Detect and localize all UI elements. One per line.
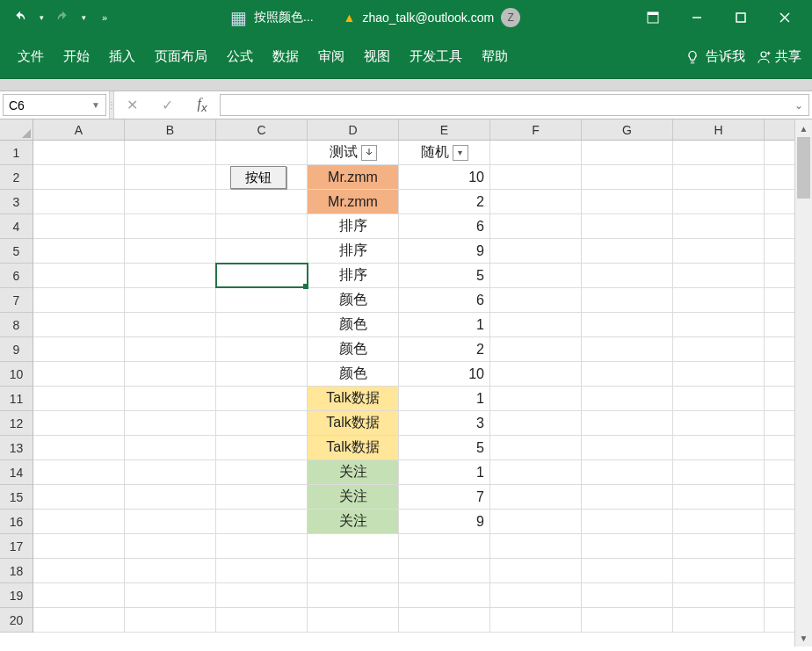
cell-F19[interactable] — [490, 583, 582, 607]
cell-D8[interactable]: 颜色 — [308, 313, 399, 336]
row-header-3[interactable]: 3 — [0, 190, 33, 214]
cell-G11[interactable] — [582, 387, 673, 410]
row-header-20[interactable]: 20 — [0, 608, 33, 633]
cell-E17[interactable] — [399, 534, 490, 558]
cell-B12[interactable] — [125, 411, 216, 435]
cell-G15[interactable] — [582, 485, 673, 509]
cell-H2[interactable] — [673, 165, 765, 189]
column-header-A[interactable]: A — [33, 119, 125, 140]
tell-me[interactable]: 告诉我 — [685, 48, 745, 65]
cell-D11[interactable]: Talk数据 — [308, 387, 399, 410]
cell-H4[interactable] — [673, 214, 765, 238]
column-header-E[interactable]: E — [399, 119, 490, 140]
cell-D1[interactable]: 测试 — [308, 141, 399, 164]
cell-A9[interactable] — [33, 337, 125, 361]
row-header-9[interactable]: 9 — [0, 337, 33, 362]
cell-H13[interactable] — [673, 436, 765, 459]
row-header-7[interactable]: 7 — [0, 288, 33, 313]
cell-D10[interactable]: 颜色 — [308, 362, 399, 386]
cell-H19[interactable] — [673, 583, 765, 607]
cell-E16[interactable]: 9 — [399, 510, 490, 533]
cell-C14[interactable] — [216, 460, 308, 484]
cell-C15[interactable] — [216, 485, 308, 509]
cell-G16[interactable] — [582, 510, 673, 533]
cell-F5[interactable] — [490, 239, 582, 263]
cells-area[interactable]: 按钮 测试随机▾Mr.zmm10Mr.zmm2排序6排序9排序5颜色6颜色1颜色… — [33, 141, 794, 647]
cell-G17[interactable] — [582, 534, 673, 558]
macro-button[interactable]: 按钮 — [230, 166, 286, 189]
cell-E8[interactable]: 1 — [399, 313, 490, 336]
row-header-12[interactable]: 12 — [0, 411, 33, 436]
column-header-B[interactable]: B — [125, 119, 216, 140]
cell-B5[interactable] — [125, 239, 216, 263]
qat-more[interactable]: » — [91, 4, 118, 31]
cell-A18[interactable] — [33, 559, 125, 582]
cell-D16[interactable]: 关注 — [308, 510, 399, 533]
ribbon-tab-审阅[interactable]: 审阅 — [311, 43, 352, 70]
cell-F8[interactable] — [490, 313, 582, 336]
cell-G14[interactable] — [582, 460, 673, 484]
cell-D6[interactable]: 排序 — [308, 264, 399, 287]
cell-A2[interactable] — [33, 165, 125, 189]
cell-H18[interactable] — [673, 559, 765, 582]
fx-button[interactable]: fx — [185, 91, 220, 119]
cell-A17[interactable] — [33, 534, 125, 558]
cell-H12[interactable] — [673, 411, 765, 435]
scroll-down-button[interactable]: ▼ — [795, 629, 812, 647]
row-header-6[interactable]: 6 — [0, 264, 33, 288]
cell-C19[interactable] — [216, 583, 308, 607]
cell-F20[interactable] — [490, 608, 582, 632]
cell-E3[interactable]: 2 — [399, 190, 490, 213]
cell-E4[interactable]: 6 — [399, 214, 490, 238]
redo-button[interactable] — [49, 4, 76, 31]
cell-H10[interactable] — [673, 362, 765, 386]
cell-C5[interactable] — [216, 239, 308, 263]
cell-F2[interactable] — [490, 165, 582, 189]
cell-D20[interactable] — [308, 608, 399, 632]
cell-E13[interactable]: 5 — [399, 436, 490, 459]
cell-A19[interactable] — [33, 583, 125, 607]
cell-E11[interactable]: 1 — [399, 387, 490, 410]
cell-G10[interactable] — [582, 362, 673, 386]
cell-F18[interactable] — [490, 559, 582, 582]
cell-H7[interactable] — [673, 288, 765, 312]
cell-B6[interactable] — [125, 264, 216, 287]
cell-F12[interactable] — [490, 411, 582, 435]
avatar[interactable]: Z — [501, 8, 520, 27]
cell-G19[interactable] — [582, 583, 673, 607]
row-header-17[interactable]: 17 — [0, 534, 33, 559]
cell-B1[interactable] — [125, 141, 216, 164]
cell-H5[interactable] — [673, 239, 765, 263]
cell-C3[interactable] — [216, 190, 308, 213]
cell-F15[interactable] — [490, 485, 582, 509]
cell-G1[interactable] — [582, 141, 673, 164]
cell-D9[interactable]: 颜色 — [308, 337, 399, 361]
ribbon-tab-插入[interactable]: 插入 — [102, 43, 142, 70]
row-header-19[interactable]: 19 — [0, 583, 33, 608]
cell-D19[interactable] — [308, 583, 399, 607]
cell-C18[interactable] — [216, 559, 308, 582]
undo-dropdown[interactable]: ▾ — [35, 4, 47, 31]
spreadsheet-grid[interactable]: ABCDEFGH 1234567891011121314151617181920… — [0, 119, 812, 647]
cell-G13[interactable] — [582, 436, 673, 459]
select-all-corner[interactable] — [0, 119, 33, 141]
cell-E14[interactable]: 1 — [399, 460, 490, 484]
cell-A4[interactable] — [33, 214, 125, 238]
cell-G12[interactable] — [582, 411, 673, 435]
cell-F13[interactable] — [490, 436, 582, 459]
maximize-button[interactable] — [721, 0, 761, 35]
ribbon-tab-帮助[interactable]: 帮助 — [475, 43, 515, 70]
cell-A5[interactable] — [33, 239, 125, 263]
cell-C10[interactable] — [216, 362, 308, 386]
column-header-F[interactable]: F — [490, 119, 582, 140]
row-header-4[interactable]: 4 — [0, 214, 33, 239]
vertical-scrollbar[interactable]: ▲ ▼ — [794, 119, 812, 647]
row-header-14[interactable]: 14 — [0, 460, 33, 485]
cell-E9[interactable]: 2 — [399, 337, 490, 361]
cell-E18[interactable] — [399, 559, 490, 582]
cell-C4[interactable] — [216, 214, 308, 238]
cell-B10[interactable] — [125, 362, 216, 386]
cell-G20[interactable] — [582, 608, 673, 632]
cell-B2[interactable] — [125, 165, 216, 189]
cell-C7[interactable] — [216, 288, 308, 312]
